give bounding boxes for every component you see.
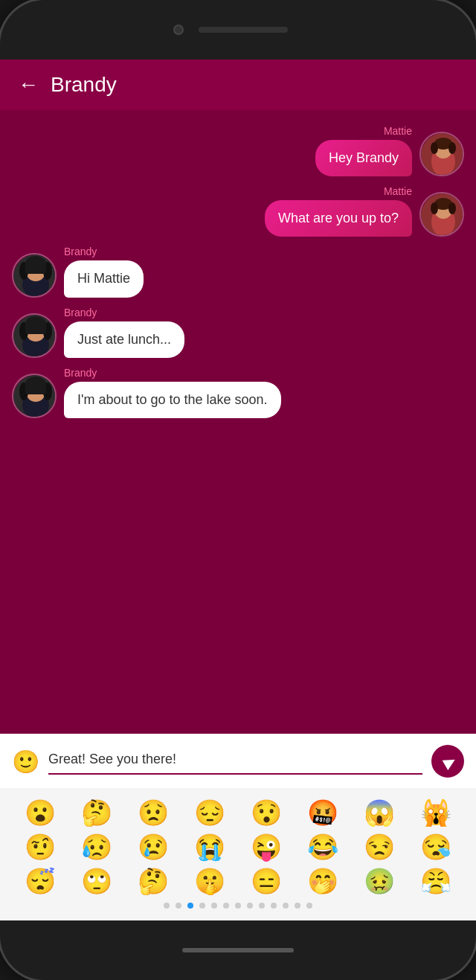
sender-name-2: Mattie — [384, 185, 412, 197]
emoji-key[interactable]: 😜 — [251, 834, 282, 859]
emoji-key[interactable]: 😢 — [138, 834, 169, 859]
input-wrapper — [48, 749, 422, 775]
emoji-key[interactable]: 🤨 — [25, 834, 56, 859]
emoji-key[interactable]: 🤬 — [307, 800, 338, 825]
emoji-key[interactable]: 🤫 — [194, 868, 225, 894]
emoji-row-3: 😴 🙄 🤔 🤫 😑 🤭 🤢 😤 — [12, 868, 464, 894]
message-content-5: Brandy I'm about to go to the lake soon. — [64, 367, 281, 418]
dot[interactable] — [259, 903, 265, 909]
emoji-key[interactable]: 🙀 — [420, 800, 451, 825]
message-bubble: Hey Brandy — [315, 140, 412, 176]
emoji-key[interactable]: 😯 — [251, 800, 282, 825]
dot[interactable] — [295, 903, 300, 909]
message-group: Mattie Hey Brandy — [12, 125, 464, 176]
emoji-key[interactable]: 😭 — [194, 834, 225, 859]
phone-screen: ← Brandy Mattie — [0, 60, 476, 920]
back-button[interactable]: ← — [18, 74, 39, 95]
svg-rect-32 — [25, 382, 46, 394]
avatar-brandy-2 — [12, 313, 57, 358]
emoji-row-1: 😮 🤔 😟 😔 😯 🤬 😱 🙀 — [12, 800, 464, 825]
sender-name: Mattie — [384, 125, 412, 137]
message-group: Mattie What are you up to? — [12, 185, 464, 237]
emoji-key[interactable]: 🤢 — [364, 868, 395, 894]
emoji-keyboard: 😮 🤔 😟 😔 😯 🤬 😱 🙀 🤨 😥 😢 😭 😜 😂 😒 😪 — [0, 788, 476, 920]
page-title: Brandy — [51, 73, 117, 97]
input-underline — [48, 773, 422, 775]
dot[interactable] — [164, 903, 170, 909]
message-bubble-3: Hi Mattie — [64, 260, 144, 297]
svg-point-11 — [448, 202, 456, 214]
svg-rect-18 — [25, 262, 46, 274]
emoji-key[interactable]: 😟 — [138, 800, 169, 825]
camera — [173, 25, 184, 35]
dot[interactable] — [199, 903, 205, 909]
phone-bottom — [0, 920, 476, 980]
dot[interactable] — [235, 903, 241, 909]
dot[interactable] — [176, 903, 181, 909]
chat-header: ← Brandy — [0, 60, 476, 110]
message-group-4: Brandy Just ate lunch... — [12, 307, 464, 358]
message-bubble-2: What are you up to? — [265, 200, 412, 237]
message-content: Mattie Hey Brandy — [315, 125, 412, 176]
send-button[interactable]: ▶ — [431, 745, 464, 778]
avatar-mattie-2 — [419, 192, 464, 237]
dot[interactable] — [306, 903, 312, 909]
dot[interactable] — [283, 903, 289, 909]
emoji-key[interactable]: 😑 — [251, 868, 282, 894]
chat-area: Mattie Hey Brandy Matt — [0, 110, 476, 734]
message-bubble-5: I'm about to go to the lake soon. — [64, 382, 281, 418]
svg-rect-25 — [25, 322, 46, 334]
message-group-3: Brandy Hi Mattie — [12, 246, 464, 297]
sender-name-3: Brandy — [64, 246, 144, 257]
emoji-key[interactable]: 🤔 — [138, 868, 169, 894]
sender-name-5: Brandy — [64, 367, 281, 379]
emoji-key[interactable]: 😔 — [194, 800, 225, 825]
emoji-open-button[interactable]: 🙂 — [12, 749, 39, 775]
phone-top — [0, 0, 476, 60]
emoji-row-2: 🤨 😥 😢 😭 😜 😂 😒 😪 — [12, 834, 464, 859]
svg-point-4 — [431, 142, 438, 154]
send-icon: ▶ — [440, 751, 458, 772]
svg-point-10 — [431, 202, 438, 214]
dot[interactable] — [247, 903, 253, 909]
sender-name-4: Brandy — [64, 307, 184, 318]
emoji-key[interactable]: 😤 — [420, 868, 451, 894]
emoji-key[interactable]: 😱 — [364, 800, 395, 825]
keyboard-dots — [12, 903, 464, 909]
emoji-key[interactable]: 😴 — [25, 868, 56, 894]
message-content-4: Brandy Just ate lunch... — [64, 307, 184, 358]
home-bar — [182, 948, 294, 952]
avatar-brandy — [12, 253, 57, 298]
emoji-key[interactable]: 😪 — [420, 834, 451, 859]
message-group-5: Brandy I'm about to go to the lake soon. — [12, 367, 464, 418]
dot-active[interactable] — [187, 903, 193, 909]
emoji-key[interactable]: 🤔 — [81, 800, 112, 825]
avatar-mattie — [419, 132, 464, 176]
emoji-key[interactable]: 😒 — [364, 834, 395, 859]
message-bubble-4: Just ate lunch... — [64, 321, 184, 358]
dot[interactable] — [223, 903, 229, 909]
emoji-key[interactable]: 🤭 — [307, 868, 338, 894]
dot[interactable] — [271, 903, 277, 909]
message-content-3: Brandy Hi Mattie — [64, 246, 144, 297]
input-area: 🙂 ▶ — [0, 734, 476, 788]
emoji-key[interactable]: 😮 — [25, 800, 56, 825]
avatar-brandy-3 — [12, 374, 57, 418]
svg-point-5 — [448, 142, 456, 154]
dot[interactable] — [211, 903, 217, 909]
message-input[interactable] — [48, 749, 422, 770]
emoji-key[interactable]: 🙄 — [81, 868, 112, 894]
phone-frame: ← Brandy Mattie — [0, 0, 476, 980]
emoji-key[interactable]: 😂 — [307, 834, 338, 859]
message-content-2: Mattie What are you up to? — [265, 185, 412, 237]
speaker — [199, 27, 288, 33]
emoji-key[interactable]: 😥 — [81, 834, 112, 859]
